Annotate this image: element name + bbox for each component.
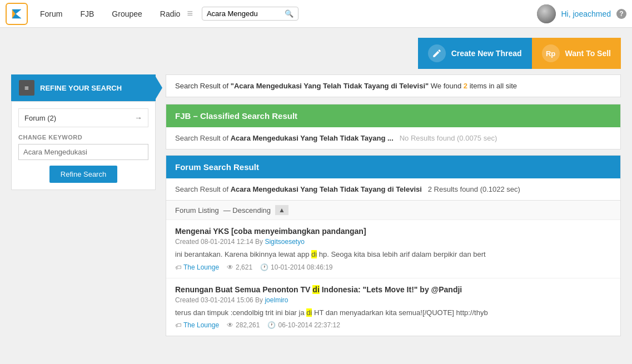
thread-created: Created 03-01-2014 15:06 By xyxy=(175,296,265,304)
refine-search-label: REFINE YOUR SEARCH xyxy=(40,84,122,92)
help-icon[interactable]: ? xyxy=(616,9,626,19)
eye-icon: 👁 xyxy=(227,321,233,329)
nav-radio[interactable]: Radio xyxy=(157,7,184,21)
logo[interactable] xyxy=(6,3,28,25)
fjb-section-body: Search Result of Acara Mengedukasi Yang … xyxy=(166,127,620,149)
keyword-input[interactable] xyxy=(18,144,148,160)
avatar xyxy=(537,4,556,23)
action-bar: Create New Thread Rp Want To Sell xyxy=(0,28,632,74)
tag-icon: 🏷 xyxy=(175,322,181,328)
fjb-body-keyword: Acara Mengedukasi Yang Telah Tidak Tayan… xyxy=(231,134,394,142)
tag-link[interactable]: The Lounge xyxy=(183,321,219,329)
svg-rect-0 xyxy=(10,7,23,21)
forum-section-header: Forum Search Result xyxy=(166,156,620,178)
kaskus-logo-icon xyxy=(10,7,23,21)
thread-date: 10-01-2014 08:46:19 xyxy=(271,263,332,271)
search-result-bar: Search Result of "Acara Mengedukasi Yang… xyxy=(166,74,621,97)
thread-tags: 🏷 The Lounge 👁 282,261 🕐 06-10-2014 22:3… xyxy=(175,321,611,329)
highlight: di xyxy=(306,308,312,317)
navbar: Forum FJB Groupee Radio ≡ 🔍 Hi, joeachme… xyxy=(0,0,632,28)
highlight: di xyxy=(312,285,319,294)
sidebar-toggle-button[interactable]: ≡ xyxy=(19,80,34,96)
views-count: 2,621 xyxy=(236,263,252,271)
main-layout: ≡ REFINE YOUR SEARCH Forum (2) → CHANGE … xyxy=(0,74,632,353)
chevron-right-icon: → xyxy=(135,113,142,122)
pencil-svg-icon xyxy=(432,48,442,58)
nav-fjb[interactable]: FJB xyxy=(77,7,97,21)
search-input[interactable] xyxy=(207,9,285,18)
nav-groupee[interactable]: Groupee xyxy=(108,7,145,21)
tag-views: 👁 282,261 xyxy=(227,321,260,329)
thread-title-post: Indonesia: "Lets Move It!" by @Pandji xyxy=(320,285,462,294)
search-info-prefix: Search Result of xyxy=(175,82,231,90)
highlight: di xyxy=(311,250,317,258)
nav-links: Forum FJB Groupee Radio xyxy=(37,7,183,21)
thread-item: Renungan Buat Semua Penonton TV di Indon… xyxy=(166,278,620,336)
thread-meta: Created 03-01-2014 15:06 By joelmiro xyxy=(175,296,611,304)
search-icon[interactable]: 🔍 xyxy=(285,9,293,18)
forum-section-body: Search Result of Acara Mengedukasi Yang … xyxy=(166,178,620,200)
forum-filter[interactable]: Forum (2) → xyxy=(18,108,148,127)
thread-author-link[interactable]: joelmiro xyxy=(265,296,288,304)
clock-icon: 🕐 xyxy=(267,321,276,329)
want-to-sell-button[interactable]: Rp Want To Sell xyxy=(532,38,621,69)
thread-created: Created 08-01-2014 12:14 By xyxy=(175,238,265,246)
forum-listing-bar: Forum Listing — Descending ▲ xyxy=(166,200,620,220)
thread-tags: 🏷 The Lounge 👁 2,621 🕐 10-01-2014 08:46:… xyxy=(175,263,611,271)
tag-category: 🏷 The Lounge xyxy=(175,321,219,329)
thread-excerpt: terus dan timpuk :cendolbig trit ini bia… xyxy=(175,307,611,318)
thread-title: Mengenai YKS [coba menyeimbangkan pandan… xyxy=(175,227,611,236)
sidebar: ≡ REFINE YOUR SEARCH Forum (2) → CHANGE … xyxy=(11,74,156,342)
search-box: 🔍 xyxy=(202,7,298,21)
eye-icon: 👁 xyxy=(227,263,233,271)
thread-author-link[interactable]: Sigitsoesetyo xyxy=(265,238,304,246)
forum-listing-sort: — Descending xyxy=(223,206,271,215)
nav-forum[interactable]: Forum xyxy=(37,7,66,21)
views-count: 282,261 xyxy=(236,321,260,329)
thread-item: Mengenai YKS [coba menyeimbangkan pandan… xyxy=(166,220,620,278)
create-thread-label: Create New Thread xyxy=(451,49,522,58)
tag-link[interactable]: The Lounge xyxy=(183,263,219,271)
fjb-no-results: No Results found (0.0075 sec) xyxy=(400,134,497,142)
tag-category: 🏷 The Lounge xyxy=(175,263,219,271)
thread-excerpt: ini berantakan. Karena bikinnya lewat ap… xyxy=(175,249,611,260)
tag-views: 👁 2,621 xyxy=(227,263,252,271)
content-area: Search Result of "Acara Mengedukasi Yang… xyxy=(166,74,621,342)
search-info-count: 2 xyxy=(464,82,467,90)
refine-search-button[interactable]: Refine Search xyxy=(49,166,117,183)
user-greeting: Hi, joeachmed xyxy=(561,9,611,18)
thread-meta: Created 08-01-2014 12:14 By Sigitsoesety… xyxy=(175,238,611,246)
nav-separator-icon: ≡ xyxy=(187,8,193,19)
forum-listing-label: Forum Listing xyxy=(175,206,219,215)
tag-date: 🕐 10-01-2014 08:46:19 xyxy=(260,263,332,271)
avatar-image xyxy=(537,4,556,23)
sidebar-body: Forum (2) → CHANGE KEYWORD Refine Search xyxy=(11,101,156,190)
fjb-section-header: FJB – Classified Search Result xyxy=(166,104,620,127)
want-to-sell-label: Want To Sell xyxy=(565,49,611,58)
forum-body-prefix: Search Result of xyxy=(175,185,231,193)
thread-title: Renungan Buat Semua Penonton TV di Indon… xyxy=(175,285,611,294)
rp-icon: Rp xyxy=(542,44,560,62)
create-thread-button[interactable]: Create New Thread xyxy=(418,38,532,69)
forum-body-keyword: Acara Mengedukasi Yang Telah Tidak Tayan… xyxy=(231,185,422,193)
clock-icon: 🕐 xyxy=(260,263,268,271)
thread-date: 06-10-2014 22:37:12 xyxy=(278,321,340,329)
forum-search-section: Forum Search Result Search Result of Aca… xyxy=(166,155,621,336)
nav-right: Hi, joeachmed ? xyxy=(537,4,627,23)
forum-filter-label: Forum (2) xyxy=(24,114,56,122)
pencil-icon xyxy=(428,44,446,62)
tag-date: 🕐 06-10-2014 22:37:12 xyxy=(267,321,340,329)
thread-title-pre: Renungan Buat Semua Penonton TV xyxy=(175,285,312,294)
search-info-suffix-post: items in all site xyxy=(470,82,517,90)
sort-direction-button[interactable]: ▲ xyxy=(275,205,288,215)
tag-icon: 🏷 xyxy=(175,264,181,271)
sidebar-header: ≡ REFINE YOUR SEARCH xyxy=(11,74,156,101)
fjb-body-prefix: Search Result of xyxy=(175,134,231,142)
search-info-suffix-pre: We found xyxy=(431,82,464,90)
thread-title-text: Mengenai YKS [coba menyeimbangkan pandan… xyxy=(175,227,366,236)
fjb-section: FJB – Classified Search Result Search Re… xyxy=(166,104,621,149)
forum-results-count: 2 Results found (0.1022 sec) xyxy=(428,185,520,193)
search-info-query: "Acara Mengedukasi Yang Telah Tidak Taya… xyxy=(231,82,429,90)
change-keyword-label: CHANGE KEYWORD xyxy=(18,134,148,141)
